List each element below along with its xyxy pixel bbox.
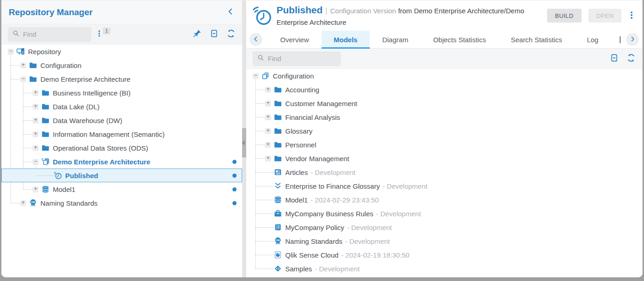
refresh-button[interactable] — [226, 29, 236, 39]
tab-search-statistics[interactable]: Search Statistics — [498, 31, 575, 49]
tree-item-enterprise-to-finance-glossary[interactable]: Enterprise to Finance Glossary- Developm… — [246, 179, 642, 193]
tree-item-operational-data-stores-ods[interactable]: +Operational Data Stores (ODS) — [1, 141, 242, 155]
tree-item-naming-standards[interactable]: ABNaming Standards- Development — [246, 234, 642, 248]
tree-connector-line — [255, 172, 275, 173]
business-rules-icon — [274, 209, 282, 218]
expand-toggle-plus[interactable]: + — [265, 128, 271, 134]
repository-panel: Repository Manager 1 — [1, 0, 242, 277]
expand-toggle-plus[interactable]: + — [33, 118, 39, 124]
repository-search-box[interactable] — [8, 27, 91, 42]
tab-objects-statistics[interactable]: Objects Statistics — [421, 31, 498, 49]
expand-toggle-plus[interactable]: + — [265, 142, 271, 148]
tree-item-model1[interactable]: Model1- 2024-02-29 23:43:50 — [246, 193, 642, 207]
tree-item-demo-enterprise-architecture[interactable]: −Demo Enterprise Architecture — [1, 72, 242, 86]
tree-connector-line — [255, 269, 275, 269]
tab-overview[interactable]: Overview — [268, 31, 322, 49]
tree-item-configuration[interactable]: −Configuration — [246, 69, 642, 83]
expand-toggle-minus[interactable]: − — [253, 73, 259, 79]
tree-item-data-warehouse-dw[interactable]: +Data Warehouse (DW) — [1, 113, 242, 127]
tree-connector-line — [255, 103, 266, 104]
expand-toggle-plus[interactable]: + — [33, 90, 39, 96]
expand-toggle-plus[interactable]: + — [33, 186, 39, 192]
tree-item-status: - Development — [315, 265, 360, 273]
folder-icon — [41, 89, 50, 97]
tree-item-label: Demo Enterprise Architecture — [53, 158, 150, 166]
change-indicator-dot — [232, 201, 237, 205]
tabs-scroll-left-button[interactable] — [249, 33, 262, 46]
expand-toggle-plus[interactable]: + — [20, 200, 26, 206]
repository-search-input[interactable] — [23, 30, 87, 38]
tree-item-label: MyCompany Business Rules — [285, 210, 373, 218]
expand-toggle-minus[interactable]: − — [33, 159, 39, 165]
tree-item-business-intelligence-bi[interactable]: +Business Intelligence (BI) — [1, 86, 242, 100]
tab-log[interactable]: Log — [575, 31, 611, 49]
detail-header: Published|Configuration Version from Dem… — [246, 0, 642, 31]
detail-panel: Published|Configuration Version from Dem… — [246, 0, 643, 277]
expand-toggle-plus[interactable]: + — [20, 62, 26, 68]
tree-item-demo-enterprise-architecture[interactable]: −Demo Enterprise Architecture — [1, 155, 242, 169]
tree-item-mycompany-business-rules[interactable]: MyCompany Business Rules- Development — [246, 207, 642, 220]
expand-toggle-plus[interactable]: + — [265, 156, 271, 162]
tree-connector-line — [255, 145, 266, 145]
filter-count-badge: 1 — [103, 28, 110, 34]
tree-item-vendor-management[interactable]: +Vendor Management — [246, 152, 642, 165]
tree-item-qlik-sense-cloud[interactable]: Qlik Sense Cloud- 2024-02-19 18:30:50 — [246, 248, 642, 262]
splitter-collapse-handle[interactable] — [242, 128, 246, 157]
refresh-icon — [226, 29, 236, 39]
tree-item-articles[interactable]: Articles- Development — [246, 165, 642, 179]
tree-item-status: - Development — [347, 224, 392, 231]
tree-item-samples[interactable]: Samples- Development — [246, 262, 642, 275]
tree-item-label: Model1 — [53, 185, 75, 193]
tree-item-configuration[interactable]: +Configuration — [1, 58, 242, 72]
database-icon — [41, 185, 50, 193]
tree-item-repository[interactable]: −Repository — [1, 45, 242, 58]
tree-item-information-management-semantic[interactable]: +Information Management (Semantic) — [1, 127, 242, 141]
expand-toggle-plus[interactable]: + — [33, 145, 39, 151]
open-button[interactable]: OPEN — [588, 9, 621, 22]
tree-item-label: Accounting — [285, 86, 319, 94]
panel-splitter[interactable] — [242, 0, 246, 277]
models-search-input[interactable] — [268, 55, 336, 62]
expand-toggle-minus[interactable]: − — [8, 49, 14, 55]
expand-toggle-plus[interactable]: + — [33, 131, 39, 137]
tree-item-financial-analysis[interactable]: +Financial Analysis — [246, 110, 642, 124]
naming-standards-icon: AB — [274, 237, 282, 245]
expand-toggle-plus[interactable]: + — [33, 104, 39, 110]
collapse-all-button[interactable] — [209, 29, 219, 39]
tree-item-customer-management[interactable]: +Customer Management — [246, 96, 642, 110]
tab-models[interactable]: Models — [322, 31, 370, 49]
tree-item-published[interactable]: Published — [1, 169, 242, 182]
tree-connector-line — [255, 131, 266, 131]
models-search-box[interactable] — [253, 51, 341, 66]
folder-icon — [274, 127, 282, 135]
folder-icon — [274, 113, 282, 121]
build-button[interactable]: BUILD — [547, 9, 581, 22]
collapse-panel-button[interactable] — [226, 7, 235, 17]
tree-item-label: Naming Standards — [285, 237, 342, 245]
collapse-all-button[interactable] — [610, 53, 619, 64]
pin-button[interactable] — [192, 29, 202, 39]
tree-item-personnel[interactable]: +Personnel — [246, 138, 642, 152]
refresh-button[interactable] — [627, 53, 636, 64]
more-actions-button[interactable] — [628, 11, 635, 21]
tree-connector-line — [23, 107, 34, 107]
tree-connector-line — [255, 241, 275, 242]
tree-item-data-lake-dl[interactable]: +Data Lake (DL) — [1, 100, 242, 113]
tabs-scroll-right-button[interactable] — [626, 33, 639, 46]
tree-item-model1[interactable]: +Model1 — [1, 182, 242, 196]
tree-item-naming-standards[interactable]: +ABNaming Standards — [1, 196, 242, 210]
expand-toggle-plus[interactable]: + — [265, 101, 271, 107]
tree-item-accounting[interactable]: +Accounting — [246, 83, 642, 96]
chevron-left-icon — [226, 7, 235, 17]
change-indicator-dot — [232, 187, 237, 191]
expand-toggle-plus[interactable]: + — [265, 87, 271, 93]
tree-item-label: Demo Enterprise Architecture — [40, 75, 130, 83]
filter-options-button[interactable]: 1 — [97, 29, 110, 39]
tree-item-label: Repository — [28, 48, 61, 56]
expand-toggle-plus[interactable]: + — [265, 114, 271, 120]
database-icon — [274, 196, 282, 204]
tree-item-mycompany-policy[interactable]: MyCompany Policy- Development — [246, 220, 642, 234]
tree-item-glossary[interactable]: +Glossary — [246, 124, 642, 138]
expand-toggle-minus[interactable]: − — [20, 76, 26, 82]
tab-diagram[interactable]: Diagram — [370, 31, 421, 49]
